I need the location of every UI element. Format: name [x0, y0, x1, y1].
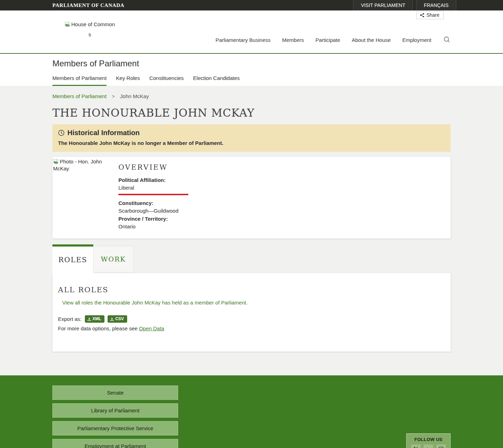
- political-affiliation-value: Liberal: [118, 185, 188, 191]
- content-tabs: ROLES WORK: [52, 244, 451, 273]
- clock-icon: [58, 130, 65, 136]
- section-title: Members of Parliament: [52, 59, 451, 68]
- photo-alt-text: Photo - Hon. John McKay: [53, 159, 102, 171]
- tab-members-of-parliament[interactable]: Members of Parliament: [52, 75, 107, 86]
- footer-button-parliamentary-protective-service[interactable]: Parliamentary Protective Service: [52, 421, 178, 435]
- province-label: Province / Territory:: [118, 216, 188, 222]
- nav-parliamentary-business[interactable]: Parliamentary Business: [216, 37, 271, 43]
- broken-image-icon: [53, 159, 59, 166]
- alert-title: Historical Information: [67, 129, 140, 137]
- main-navigation: Parliamentary Business Members Participa…: [216, 36, 451, 53]
- export-xml-button[interactable]: XML: [85, 315, 104, 323]
- x-twitter-icon[interactable]: [411, 445, 421, 448]
- visit-parliament-link[interactable]: VISIT PARLIAMENT: [353, 0, 413, 10]
- province-value: Ontario: [118, 223, 188, 229]
- footer-button-library-of-parliament[interactable]: Library of Parliament: [52, 403, 178, 418]
- nav-employment[interactable]: Employment: [402, 37, 431, 43]
- logo-alt-text: House of Commons: [71, 21, 115, 37]
- top-utility-bar: PARLIAMENT OF CANADA VISIT PARLIAMENT FR…: [0, 0, 503, 10]
- tab-roles[interactable]: ROLES: [52, 244, 93, 273]
- open-data-link[interactable]: Open Data: [139, 325, 165, 331]
- roles-panel: ALL ROLES View all roles the Honourable …: [52, 273, 451, 352]
- overview-heading: OVERVIEW: [118, 163, 188, 171]
- download-icon: [87, 317, 91, 321]
- parliament-of-canada-brand[interactable]: PARLIAMENT OF CANADA: [52, 2, 124, 8]
- member-photo: Photo - Hon. John McKay: [52, 157, 118, 238]
- more-data-text: For more data options, please see: [58, 325, 138, 331]
- share-button[interactable]: Share: [416, 11, 444, 19]
- main-content: Members of Parliament > John McKay THE H…: [0, 86, 503, 375]
- mp-section-header: Members of Parliament Members of Parliam…: [0, 54, 503, 86]
- nav-participate[interactable]: Participate: [315, 37, 340, 43]
- export-csv-button[interactable]: CSV: [108, 315, 127, 323]
- export-xml-label: XML: [93, 316, 101, 321]
- site-footer: Senate Library of Parliament Parliamenta…: [0, 375, 503, 448]
- page-title: THE HONOURABLE JOHN MCKAY: [52, 107, 451, 119]
- overview-card: Photo - Hon. John McKay OVERVIEW Politic…: [52, 157, 451, 238]
- house-of-commons-logo[interactable]: House of Commons: [64, 10, 116, 53]
- view-all-roles-link[interactable]: View all roles the Honourable John McKay…: [62, 300, 248, 306]
- constituency-label: Constituency:: [118, 200, 188, 206]
- constituency-value: Scarborough—Guildwood: [118, 208, 188, 214]
- language-toggle-link[interactable]: FRANÇAIS: [416, 0, 456, 10]
- party-color-line: [118, 194, 188, 195]
- search-icon[interactable]: [443, 36, 451, 44]
- tab-work[interactable]: WORK: [93, 246, 133, 272]
- breadcrumb: Members of Parliament > John McKay: [52, 86, 451, 99]
- export-csv-label: CSV: [115, 316, 124, 321]
- nav-members[interactable]: Members: [282, 37, 304, 43]
- follow-us-title: FOLLOW US: [407, 437, 450, 442]
- nav-about-the-house[interactable]: About the House: [352, 37, 391, 43]
- share-icon: [420, 13, 424, 17]
- tab-election-candidates[interactable]: Election Candidates: [193, 75, 240, 86]
- tab-key-roles[interactable]: Key Roles: [116, 75, 140, 86]
- broken-image-icon: [65, 21, 70, 30]
- footer-button-employment-at-parliament[interactable]: Employment at Parliament: [52, 439, 178, 448]
- instagram-icon[interactable]: [436, 445, 446, 448]
- alert-message: The Honourable John McKay is no longer a…: [58, 140, 445, 146]
- breadcrumb-current: John McKay: [120, 93, 149, 99]
- download-icon: [110, 317, 114, 321]
- political-affiliation-label: Political Affiliation:: [118, 177, 188, 183]
- footer-button-senate[interactable]: Senate: [52, 385, 178, 400]
- tab-constituencies[interactable]: Constituencies: [149, 75, 183, 86]
- breadcrumb-members-of-parliament[interactable]: Members of Parliament: [52, 93, 107, 99]
- linkedin-icon[interactable]: in: [424, 445, 433, 448]
- follow-us-box: FOLLOW US in: [406, 433, 451, 448]
- historical-information-alert: Historical Information The Honourable Jo…: [52, 124, 451, 152]
- all-roles-heading: ALL ROLES: [58, 286, 445, 294]
- mp-tabs: Members of Parliament Key Roles Constitu…: [52, 75, 451, 86]
- breadcrumb-chevron-icon: >: [112, 94, 115, 99]
- export-as-label: Export as:: [58, 316, 82, 322]
- share-label: Share: [427, 12, 439, 18]
